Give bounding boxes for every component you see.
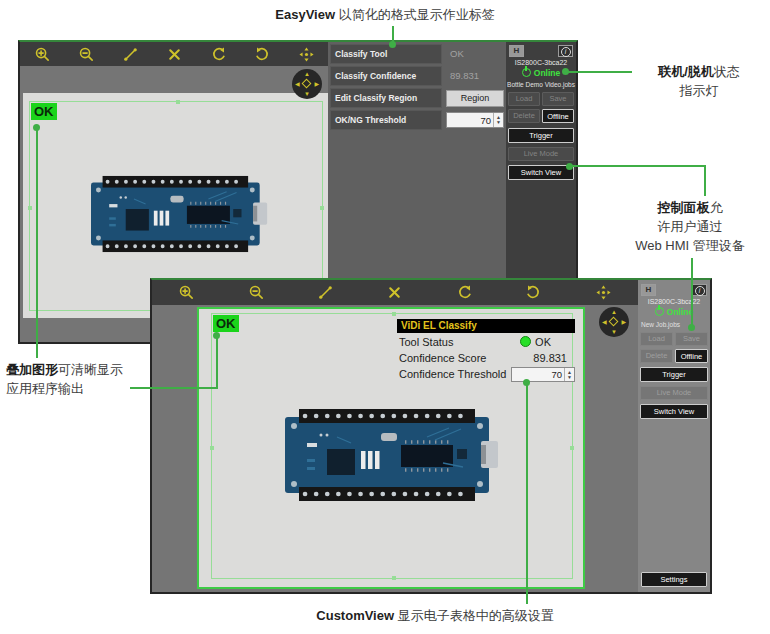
- online-annotation-bold: 联机/脱机: [658, 64, 714, 79]
- switch-view-button[interactable]: Switch View: [640, 404, 708, 419]
- edit-region-row: Edit Classify Region Region: [328, 88, 506, 108]
- pan-down-icon[interactable]: ▼: [304, 91, 310, 97]
- annotation-dot: [566, 163, 573, 170]
- switch-view-button[interactable]: Switch View: [508, 165, 574, 180]
- zoom-out-icon[interactable]: [78, 46, 95, 63]
- live-mode-button[interactable]: Live Mode: [640, 386, 708, 400]
- online-status-text: Online: [667, 307, 693, 317]
- rotate-cw-icon[interactable]: [525, 284, 542, 301]
- online-status: Online: [638, 307, 710, 317]
- overlay-annotation-line2: 应用程序输出: [6, 379, 146, 398]
- annotation-dot: [33, 124, 40, 131]
- settings-button[interactable]: Settings: [641, 572, 707, 587]
- pan-tool-icon[interactable]: [595, 284, 612, 301]
- customview-toolbar: [152, 280, 638, 305]
- annotation-dot: [688, 324, 695, 331]
- okng-threshold-spinner[interactable]: 70 ▲▼: [446, 112, 504, 128]
- pan-control[interactable]: ▲ ▼ ◀ ▶: [292, 69, 322, 99]
- classify-tool-label: Classify Tool: [330, 44, 442, 64]
- zoom-in-icon[interactable]: [178, 284, 195, 301]
- pan-center-icon[interactable]: [302, 79, 312, 89]
- scale-tool-icon[interactable]: [166, 46, 183, 63]
- rotate-ccw-icon[interactable]: [210, 46, 227, 63]
- region-button[interactable]: Region: [446, 90, 504, 107]
- rotate-cw-icon[interactable]: [254, 46, 271, 63]
- annotation-line: [36, 128, 38, 358]
- save-button[interactable]: Save: [542, 92, 574, 106]
- device-name: IS2800C-3bca22: [506, 59, 576, 66]
- classify-confidence-value: 89.831: [450, 66, 479, 86]
- confidence-threshold-row: Confidence Threshold 70 ▲▼: [399, 366, 575, 382]
- pan-left-icon[interactable]: ◀: [602, 319, 607, 325]
- offline-button[interactable]: Offline: [675, 349, 708, 363]
- load-button[interactable]: Load: [640, 332, 673, 346]
- pan-control[interactable]: ▲ ▼ ◀ ▶: [599, 307, 629, 337]
- pan-left-icon[interactable]: ◀: [295, 81, 300, 87]
- zoom-out-icon[interactable]: [248, 284, 265, 301]
- easyview-annotation-text: 以简化的格式显示作业标签: [335, 7, 495, 22]
- delete-button[interactable]: Delete: [640, 349, 673, 363]
- rotate-ccw-icon[interactable]: [456, 284, 473, 301]
- roi-handle[interactable]: [28, 206, 32, 210]
- okng-threshold-value[interactable]: 70: [447, 115, 493, 126]
- pan-down-icon[interactable]: ▼: [611, 329, 617, 335]
- easyview-annotation-bold: EasyView: [275, 7, 335, 22]
- roi-handle[interactable]: [176, 100, 180, 104]
- vidi-title: ViDi EL Classify: [397, 319, 575, 333]
- dock-icon[interactable]: [641, 284, 656, 296]
- pan-right-icon[interactable]: ▶: [621, 319, 626, 325]
- online-status-annotation: 联机/脱机状态 指示灯: [636, 62, 762, 100]
- confidence-threshold-value[interactable]: 70: [512, 367, 564, 383]
- pan-up-icon[interactable]: ▲: [611, 309, 617, 315]
- dock-icon[interactable]: [509, 45, 524, 57]
- online-status-text: Online: [534, 68, 560, 78]
- overlay-annotation-rest: 可清晰显示: [58, 362, 123, 377]
- roi-handle[interactable]: [392, 576, 396, 580]
- confidence-score-value: 89.831: [533, 350, 567, 366]
- trigger-button[interactable]: Trigger: [640, 367, 708, 382]
- classify-tool-value: OK: [450, 44, 464, 64]
- pan-center-icon[interactable]: [609, 317, 619, 327]
- control-panel-annotation: 控制面板允 许用户通过 Web HMI 管理设备: [612, 198, 768, 255]
- device-control-panel: IS2800C-3bca22 Online New Job.jobs Load …: [638, 280, 710, 592]
- status-ok-indicator: [520, 336, 531, 347]
- online-annotation-rest: 状态: [714, 64, 740, 79]
- zoom-in-icon[interactable]: [34, 46, 51, 63]
- confidence-threshold-label: Confidence Threshold: [399, 368, 506, 380]
- tool-status-label: Tool Status: [399, 336, 453, 348]
- annotation-dot: [523, 379, 530, 386]
- device-name: IS2800C-3bca22: [638, 298, 710, 305]
- roi-handle[interactable]: [210, 446, 214, 450]
- spinner-arrows[interactable]: ▲▼: [564, 368, 574, 381]
- classify-confidence-row: Classify Confidence 89.831: [328, 66, 506, 86]
- delete-button[interactable]: Delete: [508, 109, 540, 123]
- roi-handle[interactable]: [392, 312, 396, 316]
- confidence-threshold-spinner[interactable]: 70 ▲▼: [511, 367, 575, 382]
- offline-button[interactable]: Offline: [542, 109, 574, 123]
- easyview-toolbar: [20, 42, 328, 66]
- scale-tool-icon[interactable]: [386, 284, 403, 301]
- line-tool-icon[interactable]: [122, 46, 139, 63]
- annotation-line: [526, 384, 528, 604]
- live-mode-button[interactable]: Live Mode: [508, 147, 574, 161]
- classify-tool-row: Classify Tool OK: [328, 44, 506, 64]
- overlay-annotation-bold: 叠加图形: [6, 362, 58, 377]
- job-name: New Job.jobs: [641, 321, 680, 328]
- roi-handle[interactable]: [570, 446, 574, 450]
- spinner-arrows[interactable]: ▲▼: [493, 113, 503, 127]
- info-icon[interactable]: [692, 284, 707, 296]
- spinner-down-icon[interactable]: ▼: [496, 120, 501, 125]
- spinner-down-icon[interactable]: ▼: [567, 375, 572, 380]
- confidence-score-label: Confidence Score: [399, 352, 486, 364]
- annotation-dot: [213, 332, 220, 339]
- pan-up-icon[interactable]: ▲: [304, 71, 310, 77]
- line-tool-icon[interactable]: [317, 284, 334, 301]
- info-icon[interactable]: [558, 45, 573, 57]
- load-button[interactable]: Load: [508, 92, 540, 106]
- pan-tool-icon[interactable]: [298, 46, 315, 63]
- roi-handle[interactable]: [320, 206, 324, 210]
- save-button[interactable]: Save: [675, 332, 708, 346]
- pan-right-icon[interactable]: ▶: [314, 81, 319, 87]
- edit-region-label: Edit Classify Region: [330, 88, 442, 108]
- trigger-button[interactable]: Trigger: [508, 128, 574, 143]
